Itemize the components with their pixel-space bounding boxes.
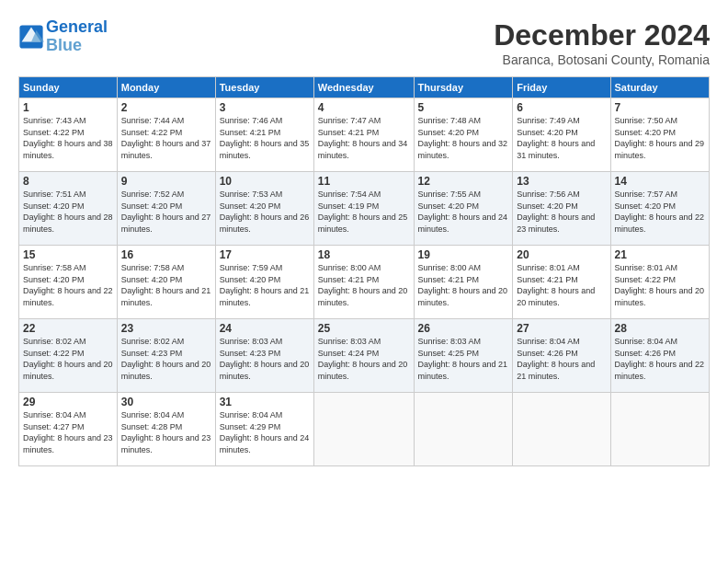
day-number: 18: [318, 248, 410, 261]
calendar-cell: 12 Sunrise: 7:55 AMSunset: 4:20 PMDaylig…: [414, 172, 513, 246]
calendar-cell: 1 Sunrise: 7:43 AMSunset: 4:22 PMDayligh…: [19, 98, 118, 172]
day-number: 11: [318, 175, 410, 188]
day-info: Sunrise: 8:01 AMSunset: 4:22 PMDaylight:…: [615, 263, 705, 307]
day-number: 22: [23, 322, 113, 335]
day-info: Sunrise: 8:00 AMSunset: 4:21 PMDaylight:…: [418, 263, 508, 307]
calendar-week-row: 29 Sunrise: 8:04 AMSunset: 4:27 PMDaylig…: [19, 393, 710, 466]
day-info: Sunrise: 7:51 AMSunset: 4:20 PMDaylight:…: [23, 190, 113, 234]
day-number: 21: [615, 248, 705, 261]
day-info: Sunrise: 8:02 AMSunset: 4:22 PMDaylight:…: [23, 337, 113, 381]
day-number: 8: [23, 175, 113, 188]
header: GeneralBlue December 2024 Baranca, Botos…: [18, 18, 710, 67]
day-info: Sunrise: 8:04 AMSunset: 4:26 PMDaylight:…: [517, 337, 595, 381]
day-info: Sunrise: 7:59 AMSunset: 4:20 PMDaylight:…: [220, 263, 310, 307]
day-number: 2: [121, 101, 211, 114]
day-number: 3: [220, 101, 310, 114]
logo: GeneralBlue: [18, 18, 108, 55]
day-number: 29: [23, 396, 113, 408]
day-info: Sunrise: 8:04 AMSunset: 4:26 PMDaylight:…: [615, 337, 705, 381]
day-number: 16: [121, 248, 211, 261]
calendar-week-row: 22 Sunrise: 8:02 AMSunset: 4:22 PMDaylig…: [19, 319, 710, 393]
calendar-day-header: Thursday: [414, 77, 513, 98]
calendar-day-header: Tuesday: [215, 77, 313, 98]
day-number: 26: [418, 322, 509, 335]
day-info: Sunrise: 8:04 AMSunset: 4:29 PMDaylight:…: [220, 410, 310, 454]
calendar-cell: 2 Sunrise: 7:44 AMSunset: 4:22 PMDayligh…: [117, 98, 215, 172]
day-info: Sunrise: 7:55 AMSunset: 4:20 PMDaylight:…: [418, 190, 508, 234]
logo-text: GeneralBlue: [46, 18, 108, 55]
day-info: Sunrise: 7:58 AMSunset: 4:20 PMDaylight:…: [121, 263, 211, 307]
day-info: Sunrise: 7:43 AMSunset: 4:22 PMDaylight:…: [23, 116, 113, 160]
calendar-day-header: Wednesday: [313, 77, 414, 98]
calendar-cell: 6 Sunrise: 7:49 AMSunset: 4:20 PMDayligh…: [513, 98, 610, 172]
calendar-cell: [513, 393, 610, 466]
day-info: Sunrise: 7:57 AMSunset: 4:20 PMDaylight:…: [615, 190, 705, 234]
page: GeneralBlue December 2024 Baranca, Botos…: [0, 0, 728, 563]
calendar-cell: 4 Sunrise: 7:47 AMSunset: 4:21 PMDayligh…: [313, 98, 414, 172]
calendar-cell: 29 Sunrise: 8:04 AMSunset: 4:27 PMDaylig…: [19, 393, 118, 466]
calendar-cell: 23 Sunrise: 8:02 AMSunset: 4:23 PMDaylig…: [117, 319, 215, 393]
day-info: Sunrise: 8:02 AMSunset: 4:23 PMDaylight:…: [121, 337, 211, 381]
day-info: Sunrise: 8:03 AMSunset: 4:24 PMDaylight:…: [318, 337, 408, 381]
day-number: 24: [220, 322, 310, 335]
calendar-cell: 22 Sunrise: 8:02 AMSunset: 4:22 PMDaylig…: [19, 319, 118, 393]
day-info: Sunrise: 8:01 AMSunset: 4:21 PMDaylight:…: [517, 263, 595, 307]
day-info: Sunrise: 8:00 AMSunset: 4:21 PMDaylight:…: [318, 263, 408, 307]
day-number: 30: [121, 396, 211, 408]
day-info: Sunrise: 7:53 AMSunset: 4:20 PMDaylight:…: [220, 190, 310, 234]
day-info: Sunrise: 7:44 AMSunset: 4:22 PMDaylight:…: [121, 116, 211, 160]
calendar-cell: 25 Sunrise: 8:03 AMSunset: 4:24 PMDaylig…: [313, 319, 414, 393]
calendar-cell: 19 Sunrise: 8:00 AMSunset: 4:21 PMDaylig…: [414, 246, 513, 319]
calendar-cell: 9 Sunrise: 7:52 AMSunset: 4:20 PMDayligh…: [117, 172, 215, 246]
calendar-cell: 5 Sunrise: 7:48 AMSunset: 4:20 PMDayligh…: [414, 98, 513, 172]
calendar-cell: 21 Sunrise: 8:01 AMSunset: 4:22 PMDaylig…: [610, 246, 709, 319]
calendar-cell: [414, 393, 513, 466]
day-info: Sunrise: 8:04 AMSunset: 4:28 PMDaylight:…: [121, 410, 211, 454]
calendar-cell: 11 Sunrise: 7:54 AMSunset: 4:19 PMDaylig…: [313, 172, 414, 246]
day-number: 7: [615, 101, 705, 114]
day-info: Sunrise: 7:52 AMSunset: 4:20 PMDaylight:…: [121, 190, 211, 234]
day-info: Sunrise: 7:49 AMSunset: 4:20 PMDaylight:…: [517, 116, 595, 160]
day-number: 12: [418, 175, 509, 188]
day-info: Sunrise: 7:56 AMSunset: 4:20 PMDaylight:…: [517, 190, 595, 234]
day-info: Sunrise: 7:48 AMSunset: 4:20 PMDaylight:…: [418, 116, 508, 160]
calendar-week-row: 8 Sunrise: 7:51 AMSunset: 4:20 PMDayligh…: [19, 172, 710, 246]
calendar-cell: 28 Sunrise: 8:04 AMSunset: 4:26 PMDaylig…: [610, 319, 709, 393]
calendar-cell: 15 Sunrise: 7:58 AMSunset: 4:20 PMDaylig…: [19, 246, 118, 319]
day-number: 5: [418, 101, 509, 114]
general-blue-logo-icon: [18, 24, 44, 50]
calendar-day-header: Friday: [513, 77, 610, 98]
day-number: 17: [220, 248, 310, 261]
day-number: 28: [615, 322, 705, 335]
calendar-week-row: 1 Sunrise: 7:43 AMSunset: 4:22 PMDayligh…: [19, 98, 710, 172]
calendar-table: SundayMondayTuesdayWednesdayThursdayFrid…: [18, 76, 710, 466]
day-info: Sunrise: 7:50 AMSunset: 4:20 PMDaylight:…: [615, 116, 705, 160]
calendar-cell: 7 Sunrise: 7:50 AMSunset: 4:20 PMDayligh…: [610, 98, 709, 172]
calendar-cell: 30 Sunrise: 8:04 AMSunset: 4:28 PMDaylig…: [117, 393, 215, 466]
day-info: Sunrise: 8:03 AMSunset: 4:23 PMDaylight:…: [220, 337, 310, 381]
day-number: 19: [418, 248, 509, 261]
calendar-cell: 8 Sunrise: 7:51 AMSunset: 4:20 PMDayligh…: [19, 172, 118, 246]
day-number: 31: [220, 396, 310, 408]
month-title: December 2024: [494, 18, 710, 52]
calendar-cell: 26 Sunrise: 8:03 AMSunset: 4:25 PMDaylig…: [414, 319, 513, 393]
day-number: 25: [318, 322, 410, 335]
day-number: 27: [517, 322, 606, 335]
calendar-cell: 14 Sunrise: 7:57 AMSunset: 4:20 PMDaylig…: [610, 172, 709, 246]
calendar-day-header: Saturday: [610, 77, 709, 98]
day-number: 1: [23, 101, 113, 114]
calendar-cell: 3 Sunrise: 7:46 AMSunset: 4:21 PMDayligh…: [215, 98, 313, 172]
title-block: December 2024 Baranca, Botosani County, …: [494, 18, 710, 67]
day-info: Sunrise: 7:54 AMSunset: 4:19 PMDaylight:…: [318, 190, 408, 234]
calendar-cell: 13 Sunrise: 7:56 AMSunset: 4:20 PMDaylig…: [513, 172, 610, 246]
day-info: Sunrise: 8:03 AMSunset: 4:25 PMDaylight:…: [418, 337, 508, 381]
day-info: Sunrise: 8:04 AMSunset: 4:27 PMDaylight:…: [23, 410, 113, 454]
day-number: 23: [121, 322, 211, 335]
calendar-cell: [610, 393, 709, 466]
calendar-cell: 17 Sunrise: 7:59 AMSunset: 4:20 PMDaylig…: [215, 246, 313, 319]
day-number: 20: [517, 248, 606, 261]
calendar-cell: 24 Sunrise: 8:03 AMSunset: 4:23 PMDaylig…: [215, 319, 313, 393]
calendar-cell: 10 Sunrise: 7:53 AMSunset: 4:20 PMDaylig…: [215, 172, 313, 246]
calendar-cell: [313, 393, 414, 466]
day-number: 10: [220, 175, 310, 188]
